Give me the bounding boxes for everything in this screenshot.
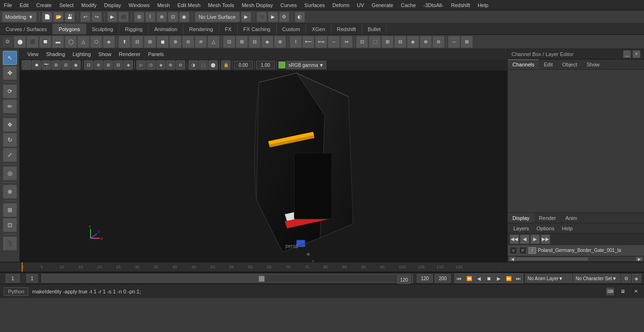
vp-select-btn2[interactable]: ◷	[146, 60, 156, 70]
paint-select-tool[interactable]: ✏	[3, 99, 17, 113]
display-btn5[interactable]: ◈	[407, 36, 419, 48]
display-btn4[interactable]: ⊟	[394, 36, 406, 48]
le-subtab-options[interactable]: Options	[533, 225, 558, 232]
vp-menu-shading[interactable]: Shading	[42, 50, 69, 58]
offset-loop-btn[interactable]: ⟺	[315, 36, 327, 48]
play-fwd-btn[interactable]: ▶	[494, 274, 504, 283]
bridge-btn[interactable]: ⊟	[131, 36, 143, 48]
cylinder-btn[interactable]: 🔲	[39, 36, 51, 48]
undo-btn[interactable]: ↩	[80, 12, 91, 22]
lasso-select-tool[interactable]: ⟳	[3, 84, 17, 98]
menu-generate[interactable]: Generate	[368, 1, 397, 9]
vp-mode-btn3[interactable]: ⊞	[104, 60, 113, 70]
menu-surfaces[interactable]: Surfaces	[301, 1, 329, 9]
timeline-bar[interactable]: 1 5 10 15 20 25 30 35 40 45 50 55 60 65 …	[20, 262, 500, 272]
sphere-btn[interactable]: ⬤	[14, 36, 26, 48]
show-manipulator-tool[interactable]: ⊕	[3, 185, 17, 199]
rp-minimize-btn[interactable]: _	[623, 50, 631, 58]
disk-btn[interactable]: ⬡	[90, 36, 102, 48]
le-subtab-help[interactable]: Help	[558, 225, 577, 232]
layer-visibility-btn[interactable]: V	[510, 247, 517, 254]
rp-close-btn[interactable]: ×	[633, 50, 640, 58]
vp-mode-btn4[interactable]: ⊟	[114, 60, 123, 70]
snap-grid-btn[interactable]: ⊞	[134, 12, 144, 22]
reduce-btn[interactable]: △	[207, 36, 220, 48]
menu-modify[interactable]: Modify	[77, 1, 100, 9]
tab-custom[interactable]: Custom	[277, 24, 306, 34]
tab-curves-surfaces[interactable]: Curves / Surfaces	[0, 24, 53, 34]
snap-surface-btn[interactable]: ◉	[179, 12, 190, 22]
le-next-btn2[interactable]: ▶▶	[541, 235, 550, 244]
vp-select-btn3[interactable]: ◈	[156, 60, 165, 70]
redo-btn[interactable]: ↪	[91, 12, 102, 22]
vp-select-btn1[interactable]: ▷	[136, 60, 146, 70]
menu-cache[interactable]: Cache	[397, 1, 420, 9]
paint-select-btn[interactable]: ⬛	[118, 12, 129, 22]
split-edge-btn[interactable]: ⌇	[289, 36, 302, 48]
display-btn3[interactable]: ⊞	[381, 36, 394, 48]
select-tool[interactable]: ↖	[3, 51, 17, 65]
combine-btn[interactable]: ⊕	[169, 36, 182, 48]
script-mode-btn[interactable]: Python	[4, 287, 28, 296]
viewport-icon-btn[interactable]: 🖥	[618, 287, 627, 296]
new-scene-btn[interactable]: 📄	[42, 12, 52, 22]
menu-redshift[interactable]: Redshift	[447, 1, 474, 9]
ipr-render-btn[interactable]: ▶	[268, 12, 278, 22]
layer-playback-btn[interactable]: P	[519, 247, 527, 254]
le-subtab-layers[interactable]: Layers	[510, 225, 533, 232]
select-mode-btn[interactable]: ▶	[107, 12, 117, 22]
rp-tab-show[interactable]: Show	[582, 59, 604, 69]
tab-rendering[interactable]: Rendering	[183, 24, 219, 34]
le-next-btn1[interactable]: ▶	[530, 235, 540, 244]
viewport[interactable]: View Shading Lighting Show Renderer Pane…	[20, 49, 507, 262]
le-prev-btn2[interactable]: ◀	[520, 235, 529, 244]
tab-bullet[interactable]: Bullet	[362, 24, 387, 34]
open-scene-btn[interactable]: 📂	[53, 12, 64, 22]
anim-extra-btn2[interactable]: ◈	[632, 274, 641, 283]
layer-scrolltrack[interactable]	[516, 257, 636, 261]
vp-record-btn[interactable]: ⏺	[32, 60, 41, 70]
edit-mesh-btn5[interactable]: ⊕	[274, 36, 286, 48]
vp-menu-panels[interactable]: Panels	[144, 50, 168, 58]
play-back-btn[interactable]: ◀	[474, 274, 484, 283]
vp-menu-show[interactable]: Show	[95, 50, 116, 58]
menu-help[interactable]: Help	[474, 1, 492, 9]
edit-mesh-btn1[interactable]: ⊡	[223, 36, 235, 48]
menu-edit[interactable]: Edit	[16, 1, 33, 9]
menu-display[interactable]: Display	[100, 1, 125, 9]
vp-menu-renderer[interactable]: Renderer	[115, 50, 144, 58]
vp-mode-btn5[interactable]: ◈	[124, 60, 133, 70]
separate-btn[interactable]: ⊖	[182, 36, 194, 48]
range-end2-input[interactable]	[435, 274, 451, 283]
go-start-btn[interactable]: ⏮	[454, 274, 464, 283]
anim-layer-dropdown[interactable]: No Anim Layer ▼	[525, 274, 572, 283]
menu-create[interactable]: Create	[33, 1, 56, 9]
soft-modify-tool[interactable]: ◎	[3, 166, 17, 180]
edit-mesh-btn3[interactable]: ⊟	[248, 36, 261, 48]
rp-tab-channels[interactable]: Channels	[508, 59, 539, 69]
close-panel-btn[interactable]: ✕	[631, 287, 640, 296]
display-btn6[interactable]: ⊕	[420, 36, 432, 48]
snap-curve-btn[interactable]: ⌇	[145, 12, 156, 22]
menu-curves[interactable]: Curves	[277, 1, 301, 9]
live-surface-options-btn[interactable]: ▶	[241, 12, 251, 22]
le-prev-btn1[interactable]: ◀◀	[510, 235, 519, 244]
extra-tool-btn1[interactable]: ⊞	[461, 36, 473, 48]
fill-btn[interactable]: ◼	[157, 36, 169, 48]
render-view-btn[interactable]: 🎥	[256, 12, 267, 22]
vp-menu-lighting[interactable]: Lighting	[69, 50, 95, 58]
vp-camera-btn[interactable]: 🎥	[22, 60, 31, 70]
layer-name[interactable]: Poland_Germany_Border_Gate_001_la	[538, 248, 642, 253]
menu-windows[interactable]: Windows	[125, 1, 154, 9]
status-icon-btn[interactable]: ⌨	[606, 288, 614, 295]
slide-btn[interactable]: ↔	[328, 36, 340, 48]
vp-extra-btn1[interactable]: ⊞	[51, 60, 61, 70]
mirror-btn[interactable]: ↔	[448, 36, 460, 48]
toolbar2-settings-btn[interactable]: ⚙	[3, 37, 12, 47]
tab-fx[interactable]: FX	[219, 24, 238, 34]
tab-redshift[interactable]: Redshift	[331, 24, 362, 34]
tab-sculpting[interactable]: Sculpting	[86, 24, 119, 34]
display-btn1[interactable]: ⊡	[356, 36, 368, 48]
le-tab-display[interactable]: Display	[508, 213, 534, 223]
layer-scroll-left[interactable]: ◀	[509, 257, 516, 261]
